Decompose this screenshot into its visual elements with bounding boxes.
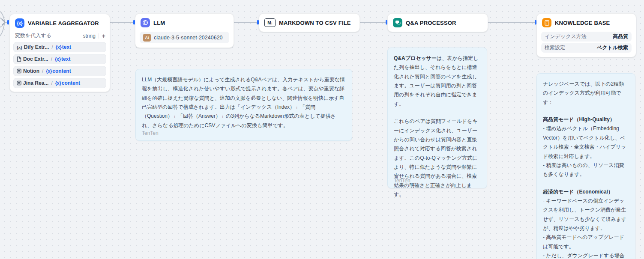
source-node-name: Notion bbox=[23, 68, 39, 74]
model-selector[interactable]: A\ claude-3-5-sonnet-20240620 bbox=[140, 32, 229, 43]
document-icon bbox=[17, 57, 21, 62]
node-llm[interactable]: LLM A\ claude-3-5-sonnet-20240620 bbox=[135, 13, 234, 48]
source-node-name: Dify Extr... bbox=[24, 44, 49, 50]
node-title: KNOWLEDGE BASE bbox=[555, 20, 610, 26]
setting-label: インデックス方法 bbox=[545, 33, 587, 40]
node-title: Q&A PROCESSOR bbox=[406, 20, 456, 26]
note-qa[interactable]: Q&Aプロセッサーは、表から指定した列を抽出し、それらをもとに構造化された質問と… bbox=[387, 48, 487, 188]
assign-variables-label: 変数を代入する bbox=[15, 32, 51, 39]
list-icon bbox=[17, 80, 21, 86]
note-text: ナレッジベースでは、以下の2種類のインデックス方式が利用可能です：高品質モード（… bbox=[543, 80, 629, 259]
add-variable-button[interactable]: + bbox=[102, 33, 105, 39]
notebook-icon bbox=[542, 18, 551, 27]
node-markdown-to-csv[interactable]: M↓ MARKDOWN TO CSV FILE bbox=[259, 13, 360, 32]
variable-row[interactable]: Doc Extr.../{x}text bbox=[13, 54, 106, 64]
incoming-edge-curves bbox=[0, 10, 5, 38]
kb-setting-row[interactable]: 検索設定ベクトル検索 bbox=[541, 43, 632, 53]
kb-setting-row[interactable]: インデックス方法高品質 bbox=[541, 32, 632, 42]
separator: / bbox=[51, 56, 52, 62]
kb-settings-rows: インデックス方法高品質検索設定ベクトル検索 bbox=[537, 31, 636, 57]
variable-chip: {x}content bbox=[55, 80, 80, 86]
variable-chip: {x}content bbox=[46, 68, 71, 74]
variable-row[interactable]: Jina Rea.../{x}content bbox=[13, 78, 106, 88]
node-variable-aggregator[interactable]: {x} VARIABLE AGGREGATOR 変数を代入する string +… bbox=[9, 14, 110, 92]
code-variable-icon: {x} bbox=[17, 45, 22, 50]
node-qa-processor[interactable]: Q&A PROCESSOR bbox=[387, 13, 488, 32]
chat-bubbles-icon bbox=[393, 18, 402, 27]
divider bbox=[99, 33, 99, 39]
list-icon bbox=[17, 68, 21, 74]
variable-row[interactable]: Notion/{x}content bbox=[13, 66, 106, 76]
separator: / bbox=[51, 44, 53, 50]
edge-arrow-icon bbox=[2, 19, 5, 25]
setting-value: 高品質 bbox=[613, 33, 628, 40]
braces-variable-icon: {x} bbox=[15, 18, 24, 28]
variable-row[interactable]: {x}Dify Extr.../{x}text bbox=[13, 42, 106, 52]
note-author: TenTen bbox=[142, 130, 159, 136]
note-llm[interactable]: LLM（大規模言語モデル）によって生成されるQ&Aペアは、入力テキストから重要な… bbox=[135, 69, 352, 141]
variable-type-selector[interactable]: string bbox=[83, 33, 95, 39]
model-name: claude-3-5-sonnet-20240620 bbox=[154, 35, 223, 41]
separator: / bbox=[51, 80, 52, 86]
node-knowledge-base[interactable]: KNOWLEDGE BASE インデックス方法高品質検索設定ベクトル検索 bbox=[536, 13, 636, 57]
source-node-name: Jina Rea... bbox=[23, 80, 48, 86]
note-text: LLM（大規模言語モデル）によって生成されるQ&Aペアは、入力テキストから重要な… bbox=[142, 75, 346, 130]
workflow-canvas[interactable]: {x} VARIABLE AGGREGATOR 変数を代入する string +… bbox=[0, 0, 644, 259]
node-title: VARIABLE AGGREGATOR bbox=[28, 20, 99, 27]
note-kb[interactable]: ナレッジベースでは、以下の2種類のインデックス方式が利用可能です：高品質モード（… bbox=[536, 73, 635, 259]
anthropic-icon: A\ bbox=[143, 34, 151, 42]
setting-value: ベクトル検索 bbox=[597, 44, 628, 51]
variable-chip: {x}text bbox=[56, 44, 71, 50]
variable-chip: {x}text bbox=[55, 56, 70, 62]
markdown-icon: M↓ bbox=[264, 18, 276, 27]
setting-label: 検索設定 bbox=[545, 44, 565, 51]
model-sphere-icon bbox=[141, 18, 150, 27]
source-node-name: Doc Extr... bbox=[23, 56, 48, 62]
separator: / bbox=[42, 68, 43, 74]
variable-rows: {x}Dify Extr.../{x}textDoc Extr.../{x}te… bbox=[10, 42, 110, 92]
note-author: TenTen bbox=[394, 178, 410, 184]
node-title: LLM bbox=[153, 20, 165, 26]
node-title: MARKDOWN TO CSV FILE bbox=[279, 20, 351, 26]
